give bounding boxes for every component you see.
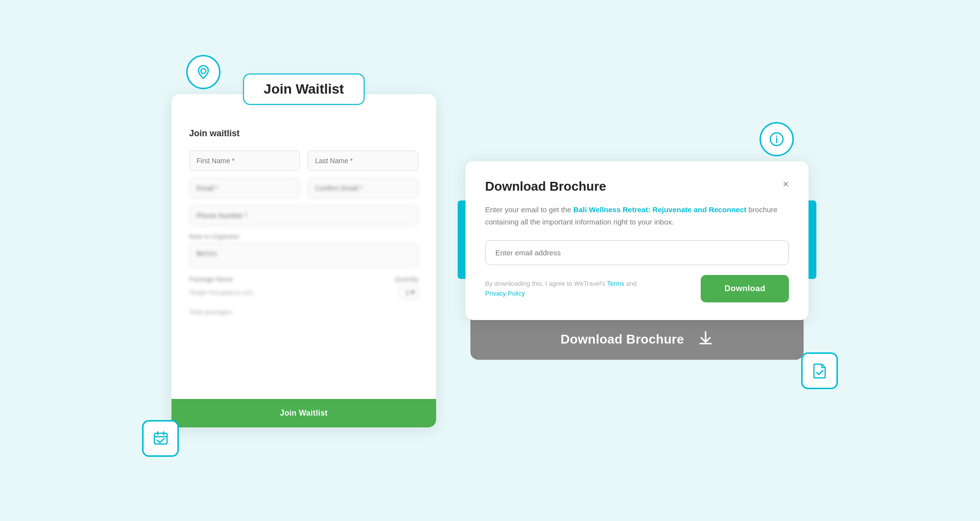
doc-icon-wrap: [801, 352, 838, 389]
last-name-input[interactable]: [308, 150, 418, 171]
info-icon-wrap: [760, 122, 794, 156]
close-button[interactable]: ×: [783, 179, 789, 190]
join-waitlist-badge: Join Waitlist: [243, 74, 365, 105]
modal-left-accent: [458, 200, 466, 279]
note-textarea[interactable]: [189, 243, 418, 268]
join-waitlist-card: Join waitlist Note to Organiser Package …: [172, 94, 436, 427]
download-modal: Download Brochure × Enter your email to …: [466, 161, 808, 320]
total-label: Total packages:: [189, 308, 418, 316]
info-icon: [768, 130, 785, 148]
modal-title: Download Brochure: [485, 179, 606, 194]
quantity-label: Quantity: [395, 275, 418, 283]
svg-point-0: [201, 69, 206, 74]
confirm-email-input[interactable]: [308, 178, 418, 198]
package-label: Package Name: [189, 275, 233, 283]
join-waitlist-button[interactable]: Join Waitlist: [172, 399, 436, 427]
location-icon: [195, 63, 212, 81]
terms-link[interactable]: Terms: [607, 280, 624, 287]
first-name-input[interactable]: [189, 150, 300, 171]
calendar-icon: [152, 429, 170, 447]
join-form-title: Join waitlist: [189, 128, 418, 139]
download-brochure-bar[interactable]: Download Brochure: [470, 319, 804, 360]
phone-input[interactable]: [189, 205, 418, 226]
brochure-bar-label: Download Brochure: [561, 332, 684, 347]
download-button[interactable]: Download: [701, 275, 789, 302]
download-arrow-icon: [698, 330, 713, 349]
calendar-icon-wrap: [142, 420, 179, 457]
email-input[interactable]: [189, 178, 300, 198]
terms-text: By downloading this, I agree to WeTravel…: [485, 279, 642, 298]
modal-right-accent: [808, 200, 816, 279]
package-name: Single Occupancy (x2): [189, 289, 253, 296]
note-label: Note to Organiser: [189, 233, 418, 240]
modal-description: Enter your email to get the Bali Wellnes…: [485, 204, 789, 228]
svg-point-7: [776, 136, 778, 137]
document-icon: [811, 362, 829, 379]
location-icon-wrap: [186, 55, 220, 89]
email-address-input[interactable]: [485, 240, 789, 265]
privacy-policy-link[interactable]: Privacy Policy: [485, 290, 525, 297]
quantity-select[interactable]: 1 2 3: [400, 286, 418, 299]
